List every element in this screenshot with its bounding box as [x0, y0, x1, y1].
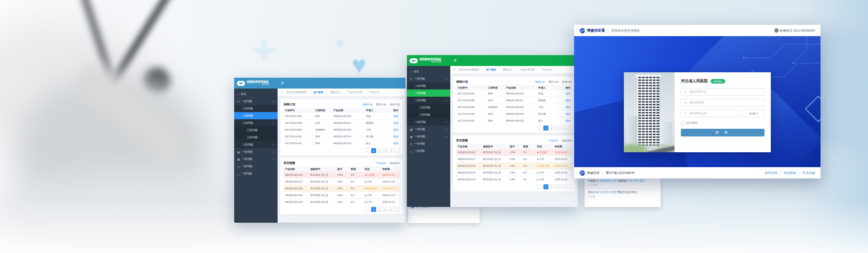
view-link[interactable]: 查看 — [558, 92, 572, 95]
sidebar-item[interactable]: △一级导航 — [407, 147, 450, 155]
captcha-image[interactable]: 6+8=? — [743, 110, 764, 117]
pagination-prev[interactable]: ‹ — [365, 148, 370, 153]
password-field[interactable]: 请填写密码 — [681, 99, 764, 107]
sidebar-item[interactable]: ▦一级导航∨ — [234, 148, 278, 155]
view-link[interactable]: 查看 — [558, 99, 572, 102]
captcha-field[interactable]: 请填写验证码 — [681, 110, 740, 117]
card-link[interactable]: 预约计划 — [376, 103, 386, 106]
card-link[interactable]: 高值库存 — [390, 162, 400, 165]
pagination-page[interactable]: 3 — [555, 184, 560, 189]
card-link[interactable]: 产品库存 — [376, 162, 386, 165]
pagination-page[interactable]: 4 — [561, 184, 566, 189]
footer-link[interactable]: 常见问题 — [802, 171, 815, 175]
pagination-page[interactable]: 4 — [389, 207, 394, 212]
card-link[interactable]: 领用计划 — [363, 103, 373, 106]
view-link[interactable]: 查看 — [558, 106, 572, 109]
sidebar-item[interactable]: △一级导航 — [234, 170, 278, 177]
pagination-page[interactable]: 1 — [371, 148, 376, 153]
username-field[interactable]: 请填写用户名 — [681, 88, 764, 96]
feed-link[interactable]: 5月日常小需求 — [628, 179, 645, 182]
sidebar-item[interactable]: 三级导航 — [234, 134, 278, 141]
view-link[interactable]: 查看 — [386, 115, 400, 118]
tab-close-icon[interactable]: ○ — [307, 91, 308, 94]
view-link[interactable]: 查看 — [386, 142, 400, 145]
feed-item[interactable]: 朱老师 在 风驰精英小分队 新建项目 5月日常小需求5 小时前 — [588, 177, 657, 188]
view-link[interactable]: 查看 — [558, 112, 572, 116]
login-button[interactable]: 登 录 — [681, 129, 764, 136]
view-link[interactable]: 查看 — [386, 128, 400, 131]
tab-产品分类设置[interactable]: 产品分类设置○ — [518, 67, 540, 73]
remember-checkbox[interactable] — [681, 122, 684, 125]
pagination-page[interactable]: 1 — [543, 126, 548, 131]
pagination-page[interactable]: 1 — [371, 207, 376, 212]
feed-item[interactable]: 何小小 在 5 月日常小需求 更新至已发布状态3 天前 — [588, 188, 657, 199]
sidebar-item[interactable]: 二级导航 — [234, 112, 278, 119]
sidebar-item[interactable]: ✎一级导航∧ — [234, 98, 278, 105]
tab-close-icon[interactable]: ○ — [514, 69, 515, 71]
pagination-page[interactable]: 2 — [377, 148, 382, 153]
sidebar-item[interactable]: 二级导航 — [407, 89, 450, 97]
view-link[interactable]: 查看 — [386, 135, 400, 138]
sidebar-item[interactable]: ⌂首页 — [234, 90, 278, 98]
view-link[interactable]: 查看 — [558, 119, 572, 122]
sidebar-item[interactable]: 二级导航∨ — [234, 141, 278, 148]
sidebar-item[interactable]: 三级导航 — [234, 126, 278, 134]
tab-close-icon[interactable]: ○ — [536, 69, 537, 71]
feed-link[interactable]: 风驰精英小分队 — [599, 179, 617, 182]
collapse-tabs-icon[interactable]: « — [453, 68, 455, 71]
tab-产品出库[interactable]: 产品出库○ — [540, 67, 557, 73]
view-link[interactable]: 查看 — [386, 122, 400, 125]
card-link[interactable]: 预约计划 — [548, 80, 558, 84]
footer-link[interactable]: 操作说明 — [764, 171, 777, 175]
pagination-page[interactable]: 2 — [549, 126, 554, 131]
remember-password-option[interactable]: 记住密码 — [681, 121, 764, 125]
pagination-prev[interactable]: ‹ — [538, 126, 542, 131]
tab-close-icon[interactable]: ○ — [363, 91, 364, 94]
tab-产品分类设置[interactable]: 产品分类设置○ — [345, 90, 367, 95]
sidebar-item[interactable]: 二级导航∧ — [234, 119, 278, 126]
sidebar-item[interactable]: ◎一级导航 — [407, 140, 450, 147]
pagination-page[interactable]: 3 — [383, 207, 388, 212]
card-link[interactable]: 高值计划 — [390, 103, 400, 106]
collapse-tabs-icon[interactable]: « — [281, 91, 283, 94]
pagination-page[interactable]: 1 — [543, 184, 548, 189]
tab-用户管理[interactable]: 用户管理○ — [311, 90, 328, 95]
pagination-next[interactable]: › — [567, 184, 572, 189]
menu-toggle-icon[interactable]: ≡ — [281, 81, 284, 85]
tab-close-icon[interactable]: ○ — [341, 91, 342, 94]
sidebar-item[interactable]: ▦一级导航∨ — [407, 126, 450, 133]
pagination-next[interactable]: › — [567, 126, 572, 131]
sidebar-item[interactable]: 三级导航 — [407, 111, 450, 118]
tab-产品出库[interactable]: 产品出库○ — [367, 90, 384, 95]
pagination-page[interactable]: 3 — [383, 148, 388, 153]
sidebar-item[interactable]: 三级导航 — [407, 104, 450, 111]
feed-link[interactable]: 5 月日常小需求 — [599, 191, 617, 193]
pagination-page[interactable]: 3 — [555, 126, 560, 131]
pagination-next[interactable]: › — [395, 148, 400, 153]
pagination-page[interactable]: 4 — [561, 126, 566, 131]
sidebar-item[interactable]: ⌂首页 — [407, 68, 450, 75]
tab-close-icon[interactable]: ○ — [497, 69, 498, 71]
sidebar-item[interactable]: 二级导航∨ — [407, 118, 450, 126]
tab-close-icon[interactable]: ○ — [324, 91, 326, 94]
card-link[interactable]: 高值库存 — [562, 139, 572, 142]
tab-用户管理[interactable]: 用户管理○ — [484, 67, 501, 73]
tab-close-icon[interactable]: ○ — [553, 69, 554, 71]
tab-通知公告[interactable]: 通知公告○ — [500, 67, 518, 73]
card-link[interactable]: 产品库存 — [548, 139, 558, 142]
tab-close-icon[interactable]: ○ — [480, 69, 481, 71]
sidebar-item[interactable]: 二级导航 — [407, 82, 450, 89]
pagination-prev[interactable]: ‹ — [365, 207, 370, 212]
card-link[interactable]: 高值计划 — [562, 80, 572, 84]
pagination-next[interactable]: › — [395, 207, 400, 212]
sidebar-item[interactable]: 二级导航∧ — [407, 97, 450, 104]
footer-link[interactable]: 密钥驱动 — [783, 171, 796, 175]
tab-通知公告[interactable]: 通知公告○ — [328, 90, 345, 95]
card-link[interactable]: 领用计划 — [535, 80, 545, 84]
pagination-page[interactable]: 2 — [377, 207, 382, 212]
sidebar-item[interactable]: ✎一级导航∧ — [407, 75, 450, 82]
pagination-page[interactable]: 4 — [389, 148, 394, 153]
menu-toggle-icon[interactable]: ≡ — [454, 58, 457, 63]
pagination-page[interactable]: 2 — [549, 184, 554, 189]
sidebar-item[interactable]: ◎一级导航 — [234, 163, 278, 170]
